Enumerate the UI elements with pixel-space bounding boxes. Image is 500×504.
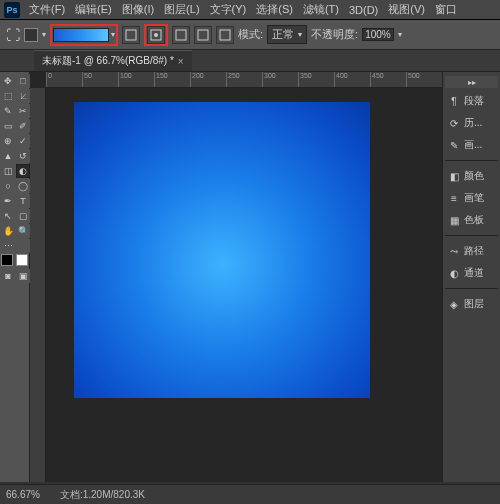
menu-window[interactable]: 窗口 bbox=[430, 2, 462, 17]
hand-tool[interactable]: ✋ bbox=[1, 224, 15, 238]
close-icon[interactable]: × bbox=[178, 56, 184, 67]
mode-label: 模式: bbox=[238, 27, 263, 42]
app-logo: Ps bbox=[4, 2, 20, 18]
svg-rect-0 bbox=[126, 30, 136, 40]
brush-icon: ✎ bbox=[447, 139, 461, 151]
ruler-horizontal: 050100150200250300350400450500 bbox=[46, 72, 442, 88]
panel-brush[interactable]: ✎画... bbox=[445, 136, 498, 154]
dodge-tool[interactable]: ◯ bbox=[16, 179, 30, 193]
gradient-reflected-button[interactable] bbox=[194, 26, 212, 44]
foreground-color[interactable] bbox=[1, 254, 13, 266]
layers-icon: ◈ bbox=[447, 298, 461, 310]
panel-history[interactable]: ⟳历... bbox=[445, 114, 498, 132]
svg-point-2 bbox=[154, 33, 158, 37]
gradient-tool[interactable]: ◐ bbox=[16, 164, 30, 178]
menu-file[interactable]: 文件(F) bbox=[24, 2, 70, 17]
document-tab[interactable]: 未标题-1 @ 66.7%(RGB/8#) * × bbox=[34, 50, 192, 71]
zoom-level[interactable]: 66.67% bbox=[6, 489, 40, 500]
menu-type[interactable]: 文字(Y) bbox=[205, 2, 252, 17]
opacity-value[interactable]: 100% bbox=[362, 28, 394, 41]
panel-swatches[interactable]: ▦色板 bbox=[445, 211, 498, 229]
opacity-label: 不透明度: bbox=[311, 27, 358, 42]
gradient-angle-button[interactable] bbox=[172, 26, 190, 44]
tab-title: 未标题-1 @ 66.7%(RGB/8#) * bbox=[42, 54, 174, 68]
history-brush-tool[interactable]: ↺ bbox=[16, 149, 30, 163]
canvas-area: 050100150200250300350400450500 bbox=[30, 72, 442, 482]
document-tabs: 未标题-1 @ 66.7%(RGB/8#) * × bbox=[0, 50, 500, 72]
menu-layer[interactable]: 图层(L) bbox=[159, 2, 204, 17]
menu-select[interactable]: 选择(S) bbox=[251, 2, 298, 17]
ruler-vertical bbox=[30, 88, 46, 482]
channels-icon: ◐ bbox=[447, 267, 461, 279]
menu-filter[interactable]: 滤镜(T) bbox=[298, 2, 344, 17]
menu-edit[interactable]: 编辑(E) bbox=[70, 2, 117, 17]
gradient-linear-button[interactable] bbox=[122, 26, 140, 44]
svg-rect-3 bbox=[176, 30, 186, 40]
color-icon: ◧ bbox=[447, 170, 461, 182]
panel-dock: ▸▸ ¶段落 ⟳历... ✎画... ◧颜色 ≡画笔 ▦色板 ⤳路径 ◐通道 ◈… bbox=[442, 72, 500, 482]
frame-tool[interactable]: ▭ bbox=[1, 119, 15, 133]
gradient-preview[interactable] bbox=[53, 28, 109, 42]
tool-preset-swatch[interactable] bbox=[24, 28, 38, 42]
gradient-radial-highlight bbox=[144, 24, 168, 46]
pen-tool[interactable]: ✒ bbox=[1, 194, 15, 208]
healing-tool[interactable]: ⊕ bbox=[1, 134, 15, 148]
svg-rect-5 bbox=[220, 30, 230, 40]
stamp-tool[interactable]: ▲ bbox=[1, 149, 15, 163]
brush-tool[interactable]: ✓ bbox=[16, 134, 30, 148]
history-icon: ⟳ bbox=[447, 117, 461, 129]
marquee-tool[interactable]: ⬚ bbox=[1, 89, 15, 103]
collapse-icon[interactable]: ▸▸ bbox=[445, 76, 498, 88]
shape-tool[interactable]: ▢ bbox=[16, 209, 30, 223]
gradient-radial-button[interactable] bbox=[147, 26, 165, 44]
quick-mask-tool[interactable]: ◙ bbox=[1, 269, 15, 283]
chevron-down-icon[interactable]: ▾ bbox=[111, 30, 115, 39]
tool-icon: ⛶ bbox=[6, 27, 20, 43]
paths-icon: ⤳ bbox=[447, 245, 461, 257]
screen-mode-tool[interactable]: ▣ bbox=[16, 269, 30, 283]
panel-brushes[interactable]: ≡画笔 bbox=[445, 189, 498, 207]
move-tool[interactable]: ✥ bbox=[1, 74, 15, 88]
swatches-icon: ▦ bbox=[447, 214, 461, 226]
brushes-icon: ≡ bbox=[447, 192, 461, 204]
quick-select-tool[interactable]: ✎ bbox=[1, 104, 15, 118]
path-tool[interactable]: ↖ bbox=[1, 209, 15, 223]
eyedropper-tool[interactable]: ✐ bbox=[16, 119, 30, 133]
chevron-down-icon[interactable]: ▾ bbox=[42, 30, 46, 39]
toolbox: ✥□ ⬚⟀ ✎✂ ▭✐ ⊕✓ ▲↺ ◫◐ ○◯ ✒T ↖▢ ✋🔍 ⋯ ◙▣ bbox=[0, 72, 30, 482]
panel-layers[interactable]: ◈图层 bbox=[445, 295, 498, 313]
paragraph-icon: ¶ bbox=[447, 95, 461, 107]
document-canvas[interactable] bbox=[74, 102, 370, 398]
status-bar: 66.67% 文档:1.20M/820.3K bbox=[0, 484, 500, 504]
type-tool[interactable]: T bbox=[16, 194, 30, 208]
crop-tool[interactable]: ✂ bbox=[16, 104, 30, 118]
options-bar: ⛶ ▾ ▾ 模式: 正常▾ 不透明度: 100% ▾ bbox=[0, 20, 500, 50]
lasso-tool[interactable]: ⟀ bbox=[16, 89, 30, 103]
panel-channels[interactable]: ◐通道 bbox=[445, 264, 498, 282]
menu-view[interactable]: 视图(V) bbox=[383, 2, 430, 17]
panel-color[interactable]: ◧颜色 bbox=[445, 167, 498, 185]
mode-select[interactable]: 正常▾ bbox=[267, 25, 307, 44]
panel-paths[interactable]: ⤳路径 bbox=[445, 242, 498, 260]
menu-3d[interactable]: 3D(D) bbox=[344, 4, 383, 16]
chevron-down-icon[interactable]: ▾ bbox=[398, 30, 402, 39]
edit-toolbar[interactable]: ⋯ bbox=[1, 239, 15, 253]
eraser-tool[interactable]: ◫ bbox=[1, 164, 15, 178]
zoom-tool[interactable]: 🔍 bbox=[16, 224, 30, 238]
gradient-picker-highlight: ▾ bbox=[50, 24, 118, 46]
gradient-diamond-button[interactable] bbox=[216, 26, 234, 44]
artboard-tool[interactable]: □ bbox=[16, 74, 30, 88]
menubar: Ps 文件(F) 编辑(E) 图像(I) 图层(L) 文字(Y) 选择(S) 滤… bbox=[0, 0, 500, 20]
svg-rect-4 bbox=[198, 30, 208, 40]
menu-image[interactable]: 图像(I) bbox=[117, 2, 159, 17]
doc-info: 文档:1.20M/820.3K bbox=[60, 488, 145, 502]
blur-tool[interactable]: ○ bbox=[1, 179, 15, 193]
background-color[interactable] bbox=[16, 254, 28, 266]
panel-paragraph[interactable]: ¶段落 bbox=[445, 92, 498, 110]
